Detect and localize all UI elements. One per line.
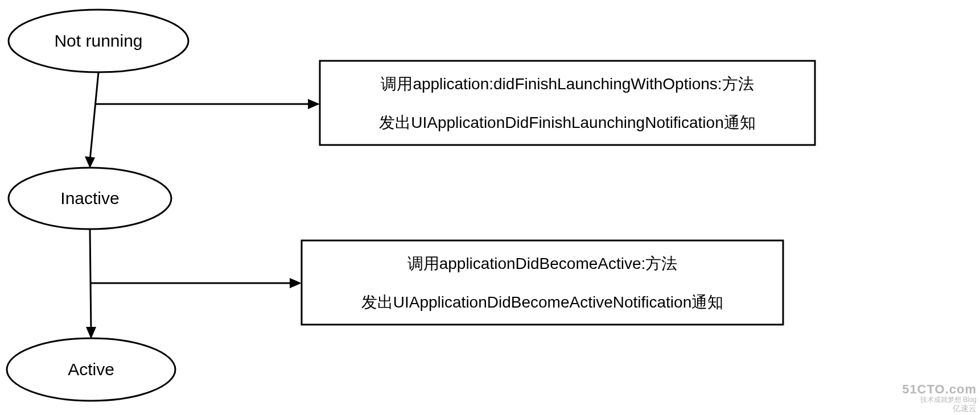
arrow-notrunning-inactive bbox=[85, 72, 98, 168]
svg-marker-4 bbox=[85, 156, 95, 168]
node-not-running-label: Not running bbox=[54, 31, 142, 50]
watermark-site: 51CTO.com bbox=[902, 383, 977, 396]
note-launch: 调用application:didFinishLaunchingWithOpti… bbox=[320, 61, 815, 145]
svg-line-5 bbox=[90, 229, 91, 331]
note-become-active-line2: 发出UIApplicationDidBecomeActiveNotificati… bbox=[361, 293, 723, 311]
svg-rect-7 bbox=[320, 61, 815, 145]
node-inactive: Inactive bbox=[9, 168, 171, 229]
connector-become-active bbox=[90, 278, 302, 288]
svg-rect-10 bbox=[302, 240, 783, 325]
note-become-active: 调用applicationDidBecomeActive:方法 发出UIAppl… bbox=[302, 240, 783, 325]
node-active-label: Active bbox=[68, 360, 114, 379]
svg-marker-6 bbox=[86, 327, 96, 339]
note-launch-line1: 调用application:didFinishLaunchingWithOpti… bbox=[381, 75, 753, 93]
connector-launch bbox=[96, 99, 320, 109]
watermark-brand: 亿速云 bbox=[902, 404, 977, 413]
svg-marker-9 bbox=[308, 99, 320, 109]
note-launch-line2: 发出UIApplicationDidFinishLaunchingNotific… bbox=[379, 114, 755, 131]
node-not-running: Not running bbox=[9, 10, 188, 72]
watermark-tagline: 技术成就梦想 Blog bbox=[902, 396, 977, 404]
note-become-active-line1: 调用applicationDidBecomeActive:方法 bbox=[407, 255, 678, 272]
node-inactive-label: Inactive bbox=[60, 189, 119, 208]
svg-line-3 bbox=[90, 72, 98, 160]
state-diagram: Not running Inactive Active 调用applicatio… bbox=[0, 0, 980, 415]
svg-marker-12 bbox=[290, 278, 302, 288]
watermark: 51CTO.com 技术成就梦想 Blog 亿速云 bbox=[902, 383, 977, 413]
node-active: Active bbox=[7, 338, 175, 401]
